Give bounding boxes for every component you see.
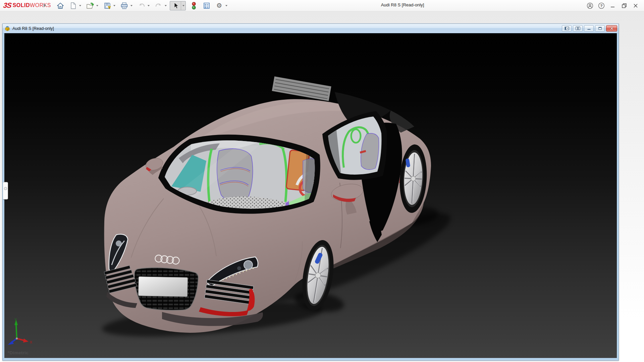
help-icon: ? bbox=[598, 2, 605, 9]
redo-icon bbox=[155, 2, 162, 9]
select-tool-group bbox=[170, 1, 186, 10]
triad-x-label: X bbox=[30, 340, 33, 344]
options-gear-button[interactable]: ⚙ bbox=[214, 1, 224, 10]
pane-toggle-right-icon bbox=[576, 27, 580, 30]
brand-text-works: WORKS bbox=[30, 2, 51, 8]
home-icon bbox=[57, 2, 64, 9]
restore-down-button[interactable] bbox=[619, 1, 630, 10]
pane-toggle-left-button[interactable] bbox=[562, 25, 572, 32]
graphics-viewport[interactable]: Y X *Dimetric bbox=[4, 33, 617, 358]
mdi-background: Audi R8 S [Read-only] bbox=[0, 11, 644, 362]
save-dropdown[interactable] bbox=[112, 1, 116, 10]
view-orientation-label: *Dimetric bbox=[8, 350, 29, 355]
redo-button[interactable] bbox=[154, 1, 163, 10]
task-list-icon bbox=[203, 2, 210, 9]
document-window: Audi R8 S [Read-only] bbox=[2, 24, 619, 361]
open-document-button[interactable] bbox=[85, 1, 95, 10]
select-tool-button[interactable] bbox=[170, 1, 181, 10]
pane-toggle-right-button[interactable] bbox=[573, 25, 583, 32]
menu-flyout-arrow-icon[interactable] bbox=[44, 3, 46, 7]
status-light-icon bbox=[191, 2, 197, 10]
task-list-button[interactable] bbox=[202, 1, 211, 10]
solidworks-app-window: 3S SOLIDWORKS bbox=[0, 0, 644, 362]
main-toolbar: ⚙ bbox=[55, 1, 228, 10]
document-minimize-button[interactable] bbox=[584, 25, 594, 32]
select-tool-dropdown[interactable] bbox=[181, 1, 185, 10]
app-title-bar: 3S SOLIDWORKS bbox=[0, 0, 644, 11]
select-cursor-icon bbox=[172, 2, 179, 9]
solidworks-3s-glyph: 3S bbox=[3, 1, 12, 9]
restore-down-icon bbox=[621, 3, 627, 9]
close-icon bbox=[633, 3, 639, 9]
assembly-document-icon bbox=[5, 26, 10, 31]
document-restore-icon bbox=[598, 27, 602, 30]
account-button[interactable] bbox=[584, 1, 596, 10]
minimize-button[interactable] bbox=[607, 1, 619, 10]
document-window-controls bbox=[562, 25, 617, 32]
redo-dropdown[interactable] bbox=[163, 1, 168, 10]
close-app-button[interactable] bbox=[630, 1, 641, 10]
undo-dropdown[interactable] bbox=[146, 1, 151, 10]
undo-icon bbox=[138, 2, 145, 9]
options-gear-dropdown[interactable] bbox=[224, 1, 228, 10]
gear-icon: ⚙ bbox=[216, 2, 222, 9]
triad-y-label: Y bbox=[14, 318, 17, 322]
new-document-button[interactable] bbox=[68, 1, 78, 10]
document-restore-button[interactable] bbox=[595, 25, 605, 32]
open-document-dropdown[interactable] bbox=[95, 1, 99, 10]
status-light-button[interactable] bbox=[189, 1, 199, 10]
svg-text:?: ? bbox=[600, 4, 602, 8]
feature-pane-collapse-tab[interactable] bbox=[3, 182, 8, 199]
new-document-icon bbox=[70, 2, 76, 9]
minimize-icon bbox=[610, 3, 616, 9]
save-button[interactable] bbox=[102, 1, 112, 10]
brand-text-solid: SOLID bbox=[13, 2, 30, 8]
audi-r8-model[interactable] bbox=[4, 33, 617, 358]
save-icon bbox=[104, 2, 111, 9]
open-folder-icon bbox=[86, 2, 94, 9]
document-minimize-icon bbox=[587, 27, 591, 30]
app-title: Audi R8 S [Read-only] bbox=[356, 2, 449, 7]
pane-toggle-left-icon bbox=[565, 27, 569, 30]
document-title-bar[interactable]: Audi R8 S [Read-only] bbox=[3, 24, 619, 33]
home-button[interactable] bbox=[55, 1, 65, 10]
print-button[interactable] bbox=[119, 1, 129, 10]
document-close-button[interactable] bbox=[606, 25, 617, 32]
new-document-dropdown[interactable] bbox=[78, 1, 82, 10]
document-close-icon bbox=[610, 27, 614, 30]
print-dropdown[interactable] bbox=[129, 1, 133, 10]
app-window-controls: ? bbox=[584, 0, 641, 11]
print-icon bbox=[120, 2, 128, 9]
undo-button[interactable] bbox=[137, 1, 146, 10]
account-icon bbox=[587, 2, 593, 9]
document-title: Audi R8 S [Read-only] bbox=[12, 26, 54, 31]
license-plate bbox=[139, 277, 188, 297]
collapse-tab-handle-icon bbox=[4, 187, 7, 190]
help-button[interactable]: ? bbox=[596, 1, 607, 10]
